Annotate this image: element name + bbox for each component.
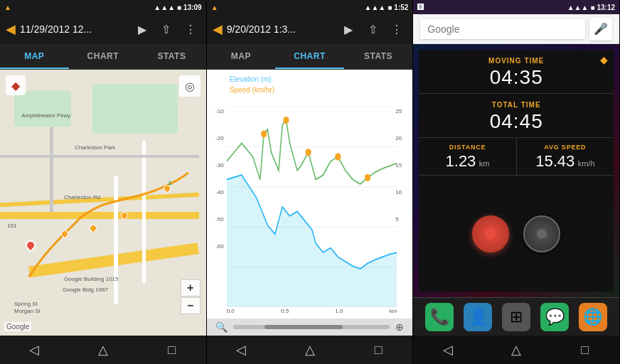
share-button-1[interactable]: ⇧ xyxy=(156,19,176,39)
chart-zoom-track[interactable] xyxy=(233,325,390,329)
play-button-1[interactable]: ▶ xyxy=(132,19,152,39)
contacts-icon: 👤 xyxy=(469,308,488,326)
microphone-icon: 🎤 xyxy=(594,22,608,36)
battery-icon-3: ■ xyxy=(590,4,594,11)
map-label-morgan: Morgan St xyxy=(14,308,41,314)
tab-map-2[interactable]: MAP xyxy=(207,44,276,69)
stop-button[interactable] xyxy=(523,215,560,252)
y-label-r10: 10 xyxy=(395,189,411,216)
x-label-1: 1.0 xyxy=(335,308,343,314)
moving-time-section: MOVING TIME 04:35 xyxy=(419,50,614,94)
apps-icon: ⊞ xyxy=(510,308,523,326)
signal-icon-1: ▲▲▲ xyxy=(154,4,175,11)
speed-label: Speed (km/hr) xyxy=(230,85,274,95)
stats-metrics-row: DISTANCE 1.23 km AVG SPEED 15.43 km/h xyxy=(419,138,614,176)
map-label-park: Charleston Park xyxy=(75,144,115,151)
sms-dock-icon[interactable]: 💬 xyxy=(540,303,569,331)
tab-chart-1[interactable]: CHART xyxy=(69,44,138,69)
map-label-amphitheatre: Amphitheatre Pkwy xyxy=(21,112,70,119)
svg-point-9 xyxy=(335,153,341,160)
signal-icon-2: ▲▲▲ xyxy=(365,4,386,11)
google-logo: Google xyxy=(4,322,31,331)
browser-icon: 🌐 xyxy=(583,308,602,326)
back-button-1[interactable]: ◁ xyxy=(0,336,69,364)
recents-button-3[interactable]: □ xyxy=(550,336,619,364)
back-button-2[interactable]: ◁ xyxy=(207,336,276,364)
phone-dock-icon[interactable]: 📞 xyxy=(425,303,454,331)
app-drawer-dock-icon[interactable]: ⊞ xyxy=(502,303,530,331)
sms-icon: 💬 xyxy=(545,308,565,326)
recents-button-2[interactable]: □ xyxy=(344,336,413,364)
bluetooth-icon-3: 🅱 xyxy=(417,4,424,11)
stats-widget: ◆ MOVING TIME 04:35 TOTAL TIME 04:45 DIS… xyxy=(419,50,614,291)
home-button-2[interactable]: △ xyxy=(275,336,344,364)
y-label-20: -20 xyxy=(207,135,225,162)
tab-bar-1: MAP CHART STATS xyxy=(0,44,206,70)
status-bar-right-1: ▲▲▲ ■ 13:09 xyxy=(154,4,201,11)
panel-chart: ▲ ▲▲▲ ■ 1:52 ◀ 9/20/2012 1:3... ▶ ⇧ ⋮ MA… xyxy=(207,0,414,364)
contacts-dock-icon[interactable]: 👤 xyxy=(464,303,492,331)
share-button-2[interactable]: ⇧ xyxy=(363,19,383,39)
map-view[interactable]: Charleston Park Charleston Rd 101 Google… xyxy=(0,70,206,336)
play-button-2[interactable]: ▶ xyxy=(338,19,358,39)
avg-speed-unit: km/h xyxy=(578,159,595,168)
y-label-50: -50 xyxy=(207,216,225,243)
wallpaper-area: ◆ MOVING TIME 04:35 TOTAL TIME 04:45 DIS… xyxy=(413,44,619,336)
tab-map-1[interactable]: MAP xyxy=(0,44,69,69)
top-bar-1: ◀ 11/29/2012 12... ▶ ⇧ ⋮ xyxy=(0,14,206,44)
home-button-1[interactable]: △ xyxy=(69,336,138,364)
distance-unit: km xyxy=(479,159,490,168)
y-label-60: -60 xyxy=(207,243,225,263)
home-button-3[interactable]: △ xyxy=(482,336,551,364)
tab-stats-1[interactable]: STATS xyxy=(137,44,206,69)
google-search-bar: 🎤 xyxy=(413,14,619,44)
bottom-nav-2: ◁ △ □ xyxy=(207,336,413,364)
y-label-10: -10 xyxy=(207,108,225,135)
microphone-button[interactable]: 🎤 xyxy=(589,18,612,41)
moving-time-value: 04:35 xyxy=(430,66,602,89)
status-bar-left-3: 🅱 xyxy=(417,4,424,11)
avg-speed-cell: AVG SPEED 15.43 km/h xyxy=(517,138,614,175)
time-2: 1:52 xyxy=(394,4,408,11)
android-dock: 📞 👤 ⊞ 💬 🌐 xyxy=(413,297,619,336)
map-label-google-bldg2: Google Bldg 1667 xyxy=(63,287,108,293)
chart-zoom-thumb[interactable] xyxy=(264,325,343,329)
y-label-r15: 15 xyxy=(395,162,411,189)
recents-button-1[interactable]: □ xyxy=(137,336,206,364)
tab-stats-2[interactable]: STATS xyxy=(344,44,413,69)
status-bar-2: ▲ ▲▲▲ ■ 1:52 xyxy=(207,0,413,14)
chart-zoom-bar: 🔍 ⊕ xyxy=(207,318,413,336)
google-search-input[interactable] xyxy=(420,19,585,39)
total-time-label: TOTAL TIME xyxy=(430,101,602,109)
zoom-in-chart-button[interactable]: ⊕ xyxy=(395,321,404,333)
y-axis-left: -10 -20 -30 -40 -50 -60 xyxy=(207,108,225,263)
track-date-1: 11/29/2012 12... xyxy=(20,23,128,35)
svg-point-10 xyxy=(364,174,370,181)
top-bar-2: ◀ 9/20/2012 1:3... ▶ ⇧ ⋮ xyxy=(207,14,413,44)
map-route xyxy=(0,70,206,336)
compass-button[interactable]: ◆ xyxy=(6,75,26,95)
signal-icon-3: ▲▲▲ xyxy=(567,4,589,11)
tab-chart-2[interactable]: CHART xyxy=(275,44,344,69)
zoom-controls: + − xyxy=(181,279,201,314)
more-button-2[interactable]: ⋮ xyxy=(387,19,407,39)
stop-dot-icon xyxy=(537,229,547,239)
my-location-button[interactable]: ◎ xyxy=(179,75,201,97)
back-button-3[interactable]: ◁ xyxy=(413,336,482,364)
zoom-in-button[interactable]: + xyxy=(181,279,201,296)
phone-icon: 📞 xyxy=(430,308,449,326)
x-label-05: 0.5 xyxy=(281,308,289,314)
x-axis-labels: 0.0 0.5 1.0 km xyxy=(227,308,397,314)
location-icon-1: ▲ xyxy=(4,4,11,11)
more-button-1[interactable]: ⋮ xyxy=(181,19,201,39)
record-button[interactable] xyxy=(472,215,509,252)
zoom-out-button[interactable]: − xyxy=(181,297,201,314)
chart-svg xyxy=(227,107,397,307)
chart-view: Elevation (m) Speed (km/hr) -10 -20 -30 … xyxy=(207,70,413,318)
location-icon: ◎ xyxy=(185,80,195,93)
map-label-101: 101 xyxy=(7,223,16,229)
map-label-road: Charleston Rd xyxy=(64,194,100,200)
browser-dock-icon[interactable]: 🌐 xyxy=(579,303,607,331)
zoom-out-chart-button[interactable]: 🔍 xyxy=(215,321,228,333)
compass-icon: ◆ xyxy=(11,79,20,92)
